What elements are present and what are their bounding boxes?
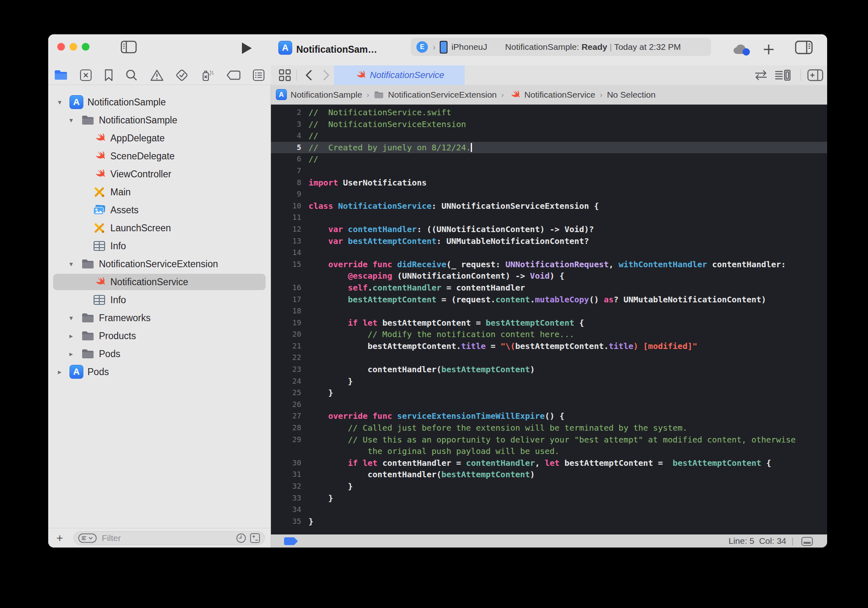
find-navigator-icon[interactable] xyxy=(125,69,138,82)
disclosure-down-icon[interactable]: ▾ xyxy=(56,98,64,107)
code-line[interactable]: 6// xyxy=(271,153,827,165)
tab-notificationservice[interactable]: NotificationService xyxy=(334,65,465,85)
minimize-window-button[interactable] xyxy=(69,43,77,51)
tab-overview-grid-icon[interactable] xyxy=(278,69,291,81)
code-line[interactable]: 17 bestAttemptContent = (request.content… xyxy=(271,294,827,306)
reports-navigator-icon[interactable] xyxy=(252,69,265,82)
code-line[interactable]: 22 xyxy=(271,352,827,364)
scheme-and-status-bar[interactable]: E › iPhoneuJ NotificationSample: Ready |… xyxy=(411,38,711,56)
cloud-sync-icon[interactable] xyxy=(732,43,754,57)
code-line[interactable]: 3// NotificationServiceExtension xyxy=(271,118,827,130)
forward-navigation-icon[interactable] xyxy=(322,69,331,81)
breakpoints-navigator-icon[interactable] xyxy=(226,70,241,80)
back-navigation-icon[interactable] xyxy=(304,69,313,81)
sidebar-item-notificationsample[interactable]: ▾NotificationSample xyxy=(48,111,271,129)
sidebar-item-launchscreen[interactable]: LaunchScreen xyxy=(48,219,271,237)
filter-options-icon[interactable] xyxy=(78,533,97,543)
breakpoints-toggle-icon[interactable] xyxy=(284,537,298,545)
disclosure-right-icon[interactable]: ▸ xyxy=(67,350,75,358)
related-items-icon[interactable] xyxy=(754,70,768,80)
sidebar-item-assets[interactable]: Assets xyxy=(48,201,271,219)
code-line[interactable]: 31 contentHandler(bestAttemptContent) xyxy=(271,469,827,481)
sidebar-item-appdelegate[interactable]: AppDelegate xyxy=(48,129,271,147)
code-line[interactable]: 32 } xyxy=(271,481,827,492)
swift-file-icon xyxy=(354,69,366,81)
code-line[interactable]: 10class NotificationService: UNNotificat… xyxy=(271,200,827,212)
sidebar-item-pods[interactable]: ▸APods xyxy=(48,363,271,381)
code-line[interactable]: 26 xyxy=(271,399,827,411)
add-button[interactable] xyxy=(762,42,776,56)
editor-options-icon[interactable] xyxy=(774,69,791,81)
line-col-indicator[interactable]: Line: 5 Col: 34 xyxy=(729,536,786,546)
code-line[interactable]: 7 xyxy=(271,165,827,177)
project-navigator-icon[interactable] xyxy=(54,69,68,81)
code-line[interactable]: 21 bestAttemptContent.title = "\(bestAtt… xyxy=(271,340,827,352)
code-line[interactable]: @escaping (UNNotificationContent) -> Voi… xyxy=(271,270,827,282)
split-editor-icon[interactable] xyxy=(807,69,823,81)
code-line-current[interactable]: 5// Created by junely on 8/12/24. xyxy=(271,142,827,154)
disclosure-down-icon[interactable]: ▾ xyxy=(67,314,75,322)
debug-navigator-icon[interactable] xyxy=(200,69,215,82)
source-editor[interactable]: 2// NotificationService.swift3// Notific… xyxy=(271,105,827,534)
sidebar-item-notificationsample[interactable]: ▾ANotificationSample xyxy=(48,93,271,111)
code-line[interactable]: 9 xyxy=(271,188,827,200)
code-line[interactable]: 13 var bestAttemptContent: UNMutableNoti… xyxy=(271,235,827,247)
issues-navigator-icon[interactable] xyxy=(150,69,164,81)
device-name[interactable]: iPhoneuJ xyxy=(452,42,488,52)
toggle-right-sidebar-icon[interactable] xyxy=(794,40,813,55)
code-line[interactable]: 8import UserNotifications xyxy=(271,177,827,189)
code-line[interactable]: 28 // Called just before the extension w… xyxy=(271,422,827,434)
code-line[interactable]: 25 } xyxy=(271,387,827,399)
code-line[interactable]: 27 override func serviceExtensionTimeWil… xyxy=(271,410,827,422)
toggle-left-sidebar-icon[interactable] xyxy=(120,40,137,54)
code-line[interactable]: 19 if let bestAttemptContent = bestAttem… xyxy=(271,317,827,329)
code-line[interactable]: 15 override func didReceive(_ request: U… xyxy=(271,259,827,270)
code-line[interactable]: the original push payload will be used. xyxy=(271,445,827,457)
code-line[interactable]: 35} xyxy=(271,516,827,528)
breadcrumb-item[interactable]: ANotificationSample xyxy=(276,89,362,100)
sidebar-item-main[interactable]: Main xyxy=(48,183,271,201)
source-control-navigator-icon[interactable] xyxy=(79,69,92,82)
code-line[interactable]: 12 var contentHandler: ((UNNotificationC… xyxy=(271,224,827,235)
sidebar-item-notificationserviceextension[interactable]: ▾NotificationServiceExtension xyxy=(48,255,271,273)
sidebar-item-scenedelegate[interactable]: SceneDelegate xyxy=(48,147,271,165)
code-line[interactable]: 18 xyxy=(271,305,827,317)
sidebar-item-viewcontroller[interactable]: ViewController xyxy=(48,165,271,183)
code-line[interactable]: 33 } xyxy=(271,492,827,504)
filter-scope-icon[interactable] xyxy=(250,533,260,543)
sidebar-item-products[interactable]: ▸Products xyxy=(48,327,271,345)
bookmarks-navigator-icon[interactable] xyxy=(104,69,114,82)
breadcrumb-item[interactable]: NotificationService xyxy=(508,89,595,101)
scheme-badge[interactable]: E xyxy=(416,41,428,53)
sidebar-item-info[interactable]: Info xyxy=(48,291,271,309)
disclosure-right-icon[interactable]: ▸ xyxy=(56,368,64,376)
tests-navigator-icon[interactable] xyxy=(175,69,188,82)
recent-filter-clock-icon[interactable] xyxy=(236,533,246,543)
disclosure-right-icon[interactable]: ▸ xyxy=(67,332,75,340)
code-line[interactable]: 23 contentHandler(bestAttemptContent) xyxy=(271,364,827,376)
code-line[interactable]: 34 xyxy=(271,504,827,516)
sidebar-item-notificationservice[interactable]: NotificationService xyxy=(48,273,271,291)
code-line[interactable]: 24 } xyxy=(271,376,827,387)
code-line[interactable]: 16 self.contentHandler = contentHandler xyxy=(271,282,827,294)
disclosure-down-icon[interactable]: ▾ xyxy=(67,116,75,125)
zoom-window-button[interactable] xyxy=(82,43,89,51)
code-line[interactable]: 14 xyxy=(271,247,827,259)
disclosure-down-icon[interactable]: ▾ xyxy=(67,260,75,268)
code-line[interactable]: 11 xyxy=(271,212,827,224)
code-line[interactable]: 20 // Modify the notification content he… xyxy=(271,329,827,340)
breadcrumb-item[interactable]: NotificationServiceExtension xyxy=(374,90,497,100)
add-file-button[interactable]: + xyxy=(56,532,63,545)
show-bottom-bar-icon[interactable] xyxy=(801,536,813,546)
sidebar-item-frameworks[interactable]: ▾Frameworks xyxy=(48,309,271,327)
sidebar-item-pods[interactable]: ▸Pods xyxy=(48,345,271,363)
sidebar-item-info[interactable]: Info xyxy=(48,237,271,255)
code-line[interactable]: 29 // Use this as an opportunity to deli… xyxy=(271,434,827,446)
close-window-button[interactable] xyxy=(57,43,65,51)
run-button[interactable] xyxy=(240,42,253,55)
filter-field[interactable]: Filter xyxy=(74,531,265,545)
code-line[interactable]: 2// NotificationService.swift xyxy=(271,107,827,118)
code-line[interactable]: 30 if let contentHandler = contentHandle… xyxy=(271,457,827,469)
breadcrumb-item[interactable]: No Selection xyxy=(607,90,655,100)
code-line[interactable]: 4// xyxy=(271,130,827,142)
